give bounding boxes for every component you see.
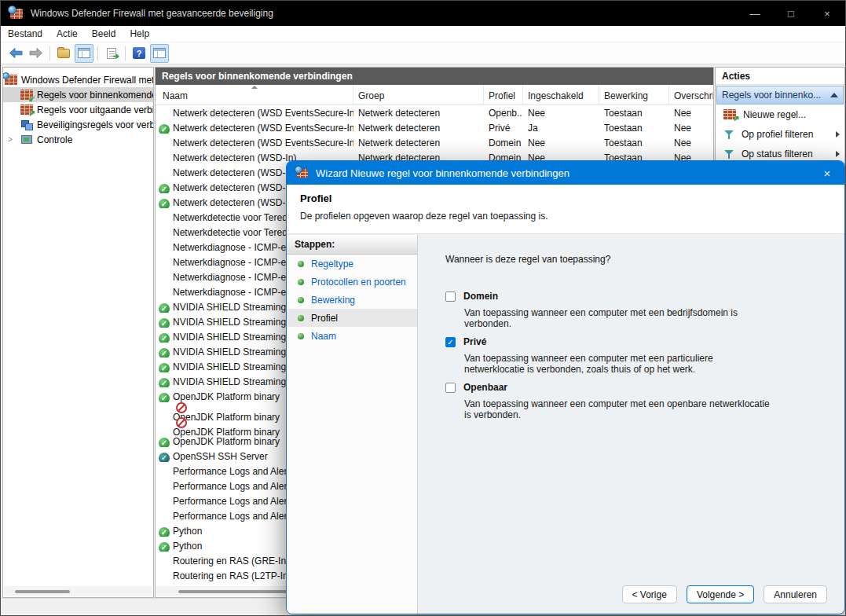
outbound-arrow-icon: ↗ — [28, 108, 35, 117]
actions-section-header[interactable]: Regels voor binnenko... — [716, 86, 844, 104]
step-bullet-icon — [298, 279, 304, 285]
profile-option-domein[interactable]: Domein — [445, 291, 844, 302]
openbaar-checkbox[interactable] — [445, 383, 456, 393]
step-bullet-icon — [298, 333, 304, 339]
expander-icon[interactable]: > — [8, 135, 13, 144]
rule-name: Routering en RAS (L2TP-In) — [173, 570, 291, 581]
wizard-close-button[interactable]: × — [810, 161, 844, 185]
rule-name: NVIDIA SHIELD Streaming Me — [173, 317, 302, 328]
rule-name: Performance Logs and Alert — [173, 481, 290, 492]
export-list-button[interactable] — [102, 44, 121, 63]
sort-ascending-icon — [251, 86, 258, 89]
tree-scrollbar-thumb[interactable] — [15, 590, 70, 593]
firewall-app-icon — [10, 9, 23, 19]
help-button[interactable]: ? — [130, 44, 148, 63]
wizard-step-regeltype[interactable]: Regeltype — [287, 255, 417, 273]
menu-item-beeld[interactable]: Beeld — [85, 26, 123, 42]
cell-ingeschakeld: Nee — [523, 138, 599, 148]
wizard-step-naam[interactable]: Naam — [287, 327, 417, 345]
allowed-rule-icon — [159, 199, 170, 208]
rule-name: Netwerkdiagnose - ICMP-ech — [173, 287, 296, 298]
table-row[interactable]: Netwerk detecteren (WSD EventsSecure-In)… — [156, 120, 713, 135]
table-row[interactable]: Netwerk detecteren (WSD EventsSecure-In)… — [156, 135, 713, 150]
show-console-tree-button[interactable] — [75, 44, 93, 63]
back-button[interactable] — [6, 44, 25, 63]
step-label: Protocollen en poorten — [311, 277, 406, 288]
wizard-page-header: Profiel De profielen opgeven waarop deze… — [287, 185, 844, 234]
domein-checkbox[interactable] — [445, 292, 456, 302]
cell-naam: Netwerk detecteren (WSD EventsSecure-In) — [156, 108, 353, 119]
new-rule-icon — [723, 109, 736, 119]
allowed-rule-icon — [159, 348, 170, 358]
allowed-rule-icon — [159, 318, 170, 328]
privé-checkbox[interactable] — [445, 337, 456, 347]
table-row[interactable]: Netwerk detecteren (WSD EventsSecure-In)… — [156, 105, 713, 120]
next-wizard-button[interactable]: Volgende > — [687, 585, 754, 603]
rule-name: Netwerkdetectie voor Teredo — [173, 227, 293, 238]
toolbar-separator — [97, 46, 98, 60]
snap-in-button[interactable] — [54, 44, 73, 63]
forward-button[interactable] — [27, 44, 46, 63]
column-header-ingeschakeld[interactable]: Ingeschakeld — [523, 85, 599, 105]
blocked-rule-icon — [176, 402, 187, 413]
column-header-groep[interactable]: Groep — [353, 85, 484, 105]
cell-ingeschakeld: Nee — [523, 108, 599, 119]
collapse-section-icon — [830, 93, 838, 97]
column-header-overschrijven[interactable]: Overschrijven — [669, 85, 713, 105]
show-action-pane-button[interactable] — [150, 44, 169, 63]
cancel-wizard-button[interactable]: Annuleren — [764, 585, 827, 603]
wizard-steps-panel: Stappen: RegeltypeProtocollen en poorten… — [287, 235, 418, 614]
tree-node-security[interactable]: Beveiligingsregels voor verbindingen — [3, 117, 153, 132]
menu-item-bestand[interactable]: Bestand — [1, 26, 49, 42]
submenu-arrow-icon — [836, 131, 840, 138]
rule-name: Netwerk detecteren (WSD-In) — [173, 152, 296, 163]
tree-outbound-icon: ↗ — [20, 104, 33, 115]
maximize-button[interactable]: □ — [773, 1, 809, 26]
firewall-root-icon — [5, 75, 17, 85]
tree-node-outbound[interactable]: ↗Regels voor uitgaande verbindingen — [3, 102, 153, 117]
allowed-rule-icon — [159, 333, 170, 343]
console-tree-icon — [78, 48, 90, 58]
tree-node-monitoring[interactable]: >Controle — [3, 132, 153, 147]
cell-bewerking: Toestaan — [599, 138, 669, 148]
rule-name: Python — [173, 541, 202, 552]
profile-option-privé[interactable]: Privé — [445, 336, 844, 347]
step-label: Naam — [311, 331, 336, 342]
step-bullet-icon — [298, 261, 304, 267]
action-item-op-profiel-filteren[interactable]: Op profiel filteren — [716, 124, 844, 144]
wizard-page-title: Profiel — [300, 192, 844, 204]
minimize-button[interactable]: — — [737, 1, 773, 26]
wizard-step-protocollen-en-poorten[interactable]: Protocollen en poorten — [287, 273, 417, 291]
folder-icon — [57, 49, 70, 58]
tree-node-inbound[interactable]: ↙Regels voor binnenkomende verbindingen — [3, 87, 153, 102]
step-label: Bewerking — [311, 295, 355, 306]
filter-icon — [723, 129, 734, 140]
close-button[interactable]: × — [809, 1, 845, 26]
globe-icon — [3, 72, 9, 79]
tree-item-label: Regels voor uitgaande verbindingen — [37, 104, 153, 116]
back-wizard-button[interactable]: < Vorige — [622, 585, 677, 603]
tree-item-label: Regels voor binnenkomende verbindingen — [37, 90, 153, 101]
rule-name: Netwerk detecteren (WSD EventsSecure-In) — [173, 123, 353, 134]
column-header-profiel[interactable]: Profiel — [484, 85, 523, 105]
wizard-step-bewerking[interactable]: Bewerking — [287, 291, 417, 309]
wizard-step-profiel[interactable]: Profiel — [287, 309, 417, 327]
wizard-title: Wizard Nieuwe regel voor binnenkomende v… — [316, 167, 569, 179]
cell-groep: Netwerk detecteren — [353, 138, 484, 148]
profile-option-openbaar[interactable]: Openbaar — [445, 382, 844, 393]
rule-name: NVIDIA SHIELD Streaming Me — [173, 302, 302, 313]
actions-title: Acties — [716, 68, 844, 85]
tree-node-root[interactable]: Windows Defender Firewall met geavanceer… — [3, 72, 153, 87]
export-list-icon — [107, 48, 116, 59]
column-header-bewerking[interactable]: Bewerking — [599, 85, 669, 105]
menu-item-help[interactable]: Help — [123, 26, 156, 42]
action-item-nieuwe-regel-[interactable]: Nieuwe regel... — [716, 104, 844, 124]
tree-horizontal-scrollbar[interactable] — [4, 586, 152, 596]
rule-name: NVIDIA SHIELD Streaming Se — [173, 376, 300, 387]
wizard-buttons: < Vorige Volgende > Annuleren — [622, 585, 828, 603]
allowed-rule-icon — [159, 363, 170, 372]
menu-item-actie[interactable]: Actie — [49, 26, 85, 42]
cell-groep: Netwerk detecteren — [353, 123, 484, 134]
tree-item-label: Beveiligingsregels voor verbindingen — [37, 119, 153, 130]
wizard-content: Wanneer is deze regel van toepassing? Do… — [418, 235, 844, 614]
